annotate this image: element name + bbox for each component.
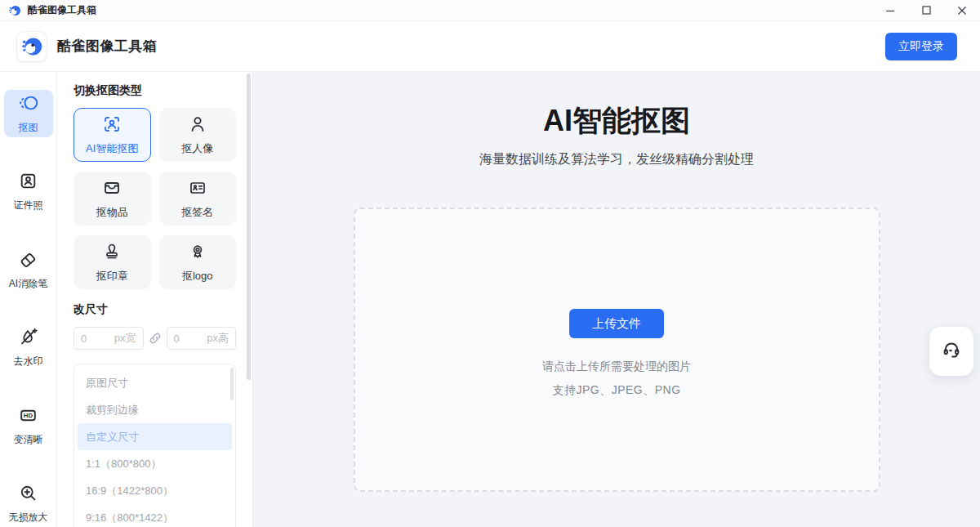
sidebar-item-cutout[interactable]: 抠图 [4,90,53,137]
height-suffix: px高 [207,331,229,346]
sidebar-item-id-photo[interactable]: 证件照 [4,168,53,215]
tool-label: 抠物品 [96,205,128,220]
page-title: AI智能抠图 [543,101,690,141]
resize-inputs: px宽 px高 [74,327,236,350]
sidebar-item-label: 证件照 [14,199,43,212]
tool-label: AI智能抠图 [86,141,138,156]
tool-portrait[interactable]: 抠人像 [159,108,237,162]
window-controls [872,0,980,20]
sidebar-item-label: 去水印 [14,355,43,368]
medal-icon [188,242,207,265]
size-option-9-16[interactable]: 9:16（800*1422） [78,504,232,527]
upload-hint-line2: 支持JPG、JPEG、PNG [552,383,680,398]
box-icon [102,178,122,201]
stamp-icon [102,242,122,265]
size-option-1-1[interactable]: 1:1（800*800） [78,450,232,477]
sidebar-item-upscale[interactable]: 无损放大 [4,480,53,527]
tool-stamp[interactable]: 抠印章 [74,235,151,289]
sidebar-item-ai-eraser[interactable]: AI消除笔 [4,247,53,293]
cutout-type-grid: AI智能抠图 抠人像 抠物品 [74,108,236,289]
link-dimensions-icon[interactable] [147,331,163,346]
tool-label: 抠logo [182,269,213,284]
id-photo-icon [18,171,38,194]
person-icon [188,114,207,137]
upload-dropzone[interactable]: 上传文件 请点击上传所需要处理的图片 支持JPG、JPEG、PNG [354,208,880,492]
sidebar-item-label: 无损放大 [9,511,48,525]
tool-ai-cutout[interactable]: AI智能抠图 [74,108,151,162]
size-list-scrollbar[interactable] [230,368,234,400]
size-option-list: 原图尺寸 裁剪到边缘 自定义尺寸 1:1（800*800） 16:9（1422*… [74,364,236,527]
height-input-wrap: px高 [167,327,237,350]
sidebar-item-label: 抠图 [19,121,38,135]
size-option-custom[interactable]: 自定义尺寸 [78,423,232,450]
headset-icon [941,339,962,364]
app-header: 酷雀图像工具箱 立即登录 [0,21,980,72]
login-button[interactable]: 立即登录 [885,33,957,60]
width-input-wrap: px宽 [74,327,144,350]
tool-label: 抠印章 [96,269,128,284]
cutout-panel: 切换抠图类型 AI智能抠图 抠人像 [57,72,253,527]
tool-label: 抠签名 [181,205,213,220]
sidebar-item-label: AI消除笔 [9,277,47,291]
height-input[interactable] [174,333,197,345]
brand-logo-icon [16,31,47,62]
tool-signature[interactable]: 抠签名 [159,172,237,226]
size-option-crop-to-edge[interactable]: 裁剪到边缘 [78,396,232,423]
sidebar-item-label: 变清晰 [14,433,43,447]
sidebar-item-enhance[interactable]: HD 变清晰 [4,402,53,449]
size-option-original[interactable]: 原图尺寸 [78,369,232,396]
tool-object[interactable]: 抠物品 [74,172,151,226]
watermark-remove-icon [18,327,38,351]
customer-service-button[interactable] [929,327,973,376]
size-option-16-9[interactable]: 16:9（1422*800） [78,477,232,504]
window-title: 酷雀图像工具箱 [28,3,96,17]
width-input[interactable] [81,333,104,345]
tool-label: 抠人像 [181,141,213,156]
badge-card-icon [188,178,207,201]
width-suffix: px宽 [114,331,136,346]
panel-scrollbar[interactable] [247,74,251,380]
cutout-circles-icon [18,92,39,117]
zoom-in-icon [18,483,38,507]
app-logo-icon [8,4,21,17]
tool-logo[interactable]: 抠logo [159,235,237,289]
eraser-icon [18,249,38,273]
maximize-icon[interactable] [908,0,944,20]
close-icon[interactable] [944,0,980,20]
main-content: AI智能抠图 海量数据训练及算法学习，发丝级精确分割处理 上传文件 请点击上传所… [253,72,980,527]
page-subtitle: 海量数据训练及算法学习，发丝级精确分割处理 [479,151,754,168]
sidebar: 抠图 证件照 AI消除笔 去水印 [0,72,57,527]
minimize-icon[interactable] [872,0,908,20]
resize-title: 改尺寸 [74,302,236,317]
app-window: 酷雀图像工具箱 酷雀图像工具箱 立即登录 抠图 [0,0,980,527]
panel-title: 切换抠图类型 [74,83,236,98]
sidebar-item-watermark-remove[interactable]: 去水印 [4,324,53,371]
brand-name: 酷雀图像工具箱 [57,37,158,56]
hd-icon-label: HD [24,412,33,419]
upload-hint-line1: 请点击上传所需要处理的图片 [542,360,691,374]
upload-file-button[interactable]: 上传文件 [569,309,664,338]
titlebar: 酷雀图像工具箱 [0,0,980,21]
hd-icon: HD [18,405,38,429]
scan-person-icon [102,114,122,137]
